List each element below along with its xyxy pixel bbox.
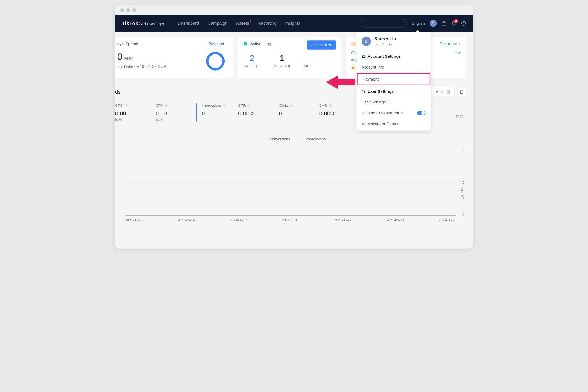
user-settings-icon (362, 89, 366, 93)
nav-insights[interactable]: Insights (285, 21, 300, 26)
metric-cvr[interactable]: CVR?0.00% (319, 103, 348, 122)
stat-ad[interactable]: –Ad (303, 53, 308, 68)
user-avatar-large: S (362, 36, 371, 46)
traffic-light-dot (120, 8, 124, 12)
active-label: Active (250, 41, 261, 46)
user-name: Sherry Liu (374, 36, 396, 41)
chevron-right-icon (458, 42, 461, 45)
svg-point-12 (363, 90, 364, 91)
date-range-picker[interactable]: 6-21 (432, 87, 454, 97)
spend-ring-chart (206, 52, 225, 71)
svg-point-1 (461, 21, 466, 26)
svg-marker-14 (326, 75, 355, 89)
info-icon: ? (247, 104, 250, 107)
help-icon[interactable] (461, 21, 466, 26)
user-dropdown: S Sherry Liu Log Out Account Settings Ac… (356, 32, 431, 131)
export-button[interactable] (457, 87, 466, 96)
nav-dashboard[interactable]: Dashboard (178, 21, 199, 26)
notification-badge: 6 (454, 19, 458, 23)
chart-y-title: Impressions (460, 179, 464, 197)
staging-toggle[interactable] (417, 111, 426, 115)
notifications-icon[interactable]: 6 (451, 21, 457, 26)
log-link-label: Log (264, 41, 271, 46)
notification-dot-icon (250, 20, 251, 22)
chart-x-axis: 2021-06-152021-06-162021-06-172021-06-18… (125, 218, 456, 222)
dropdown-user-settings[interactable]: User Settings (356, 97, 431, 108)
svg-rect-0 (442, 22, 446, 25)
document-icon (460, 90, 464, 94)
dropdown-payment[interactable]: Payment (357, 73, 430, 85)
stat-campaign[interactable]: 2Campaign (244, 53, 261, 68)
active-status-icon: ✓ (244, 42, 247, 46)
nav-assets-label: Assets (236, 21, 249, 26)
create-ad-button[interactable]: Create an Ad (307, 40, 336, 49)
briefcase-icon[interactable] (442, 21, 447, 26)
staging-label: Staging Environment (362, 111, 399, 115)
svg-rect-3 (447, 91, 450, 93)
legend-line-icon (299, 139, 304, 139)
metric-impressions[interactable]: Impressions?0 (196, 103, 226, 122)
status-card: ✓ Active Log Create an Ad 2Campaign 1Ad … (238, 36, 341, 79)
svg-point-13 (364, 91, 365, 93)
info-icon: ? (124, 104, 128, 107)
warning-triangle-icon (351, 66, 355, 70)
chart-legend: Conversions Impressions (122, 137, 466, 141)
logout-label: Log Out (374, 42, 388, 47)
id-card-icon (362, 54, 366, 59)
chart-gridlines (125, 149, 456, 215)
chevron-down-icon (400, 22, 403, 25)
dropdown-account-info[interactable]: Account Info (356, 62, 431, 73)
trends-title: ds (115, 89, 121, 95)
nav-campaign[interactable]: Campaign (207, 21, 227, 26)
info-icon: ? (400, 111, 404, 115)
stat-adgroup[interactable]: 1Ad Group (274, 53, 290, 68)
top-header: TikTok:Ads Manager Dashboard Campaign As… (115, 15, 473, 32)
logo-text: TikTok: (122, 20, 140, 26)
dropdown-staging-env[interactable]: Staging Environment? (356, 108, 431, 118)
metric-ctr[interactable]: CTR?0.00% (238, 103, 267, 122)
dropdown-user-section: S Sherry Liu Log Out (356, 32, 431, 51)
nav-assets[interactable]: Assets (236, 21, 249, 26)
trends-chart: 43210 Impressions 2021-06-152021-06-1620… (125, 149, 460, 222)
user-avatar[interactable]: S (430, 20, 437, 27)
callout-arrow-icon (326, 73, 355, 92)
window-chrome (115, 5, 473, 15)
metric-cpa[interactable]: CPA?0.00EUR (156, 103, 184, 122)
logout-button[interactable]: Log Out (374, 42, 396, 47)
info-icon: ? (329, 104, 332, 107)
main-nav: Dashboard Campaign Assets Reporting Insi… (178, 21, 300, 26)
traffic-light-dot (132, 8, 136, 12)
see-more-label: See more (440, 41, 457, 46)
legend-impressions[interactable]: Impressions (299, 137, 326, 141)
legend-line-icon (262, 139, 268, 139)
info-icon: ? (290, 104, 293, 107)
info-icon: ? (164, 104, 168, 107)
metric-clicks[interactable]: Clicks?0 (279, 103, 307, 122)
logout-icon (389, 42, 392, 46)
lightbulb-icon: ▢ (351, 42, 356, 46)
logo-subtitle: Ads Manager (141, 22, 164, 26)
chevron-right-icon (225, 42, 228, 45)
date-range-text: 6-21 (436, 90, 444, 94)
language-selector[interactable]: English (412, 21, 425, 26)
log-link[interactable]: Log (264, 41, 274, 46)
metric-cpc[interactable]: CPC?0.00EUR (115, 103, 144, 122)
calendar-icon (446, 90, 450, 94)
account-selector[interactable] (360, 19, 407, 27)
chart-baseline (125, 215, 456, 215)
see-more-link[interactable]: See more (440, 41, 461, 46)
traffic-light-dot (126, 8, 130, 12)
spends-card: ay's Spends Payment 0EUR unt Balance 193… (115, 36, 233, 79)
legend-conversions[interactable]: Conversions (262, 137, 290, 141)
metric-tail: EUR (456, 103, 466, 122)
brand-logo: TikTok:Ads Manager (122, 20, 164, 26)
dropdown-section-account: Account Settings (356, 51, 431, 62)
nav-reporting[interactable]: Reporting (258, 21, 277, 26)
payment-link[interactable]: Payment (208, 41, 228, 46)
dropdown-section-user: User Settings (356, 86, 431, 97)
payment-link-label: Payment (208, 41, 224, 46)
info-icon: ? (223, 104, 226, 107)
dropdown-admin-center[interactable]: Administrator Center (356, 118, 431, 131)
svg-point-9 (362, 56, 363, 57)
chevron-right-icon (272, 42, 275, 45)
